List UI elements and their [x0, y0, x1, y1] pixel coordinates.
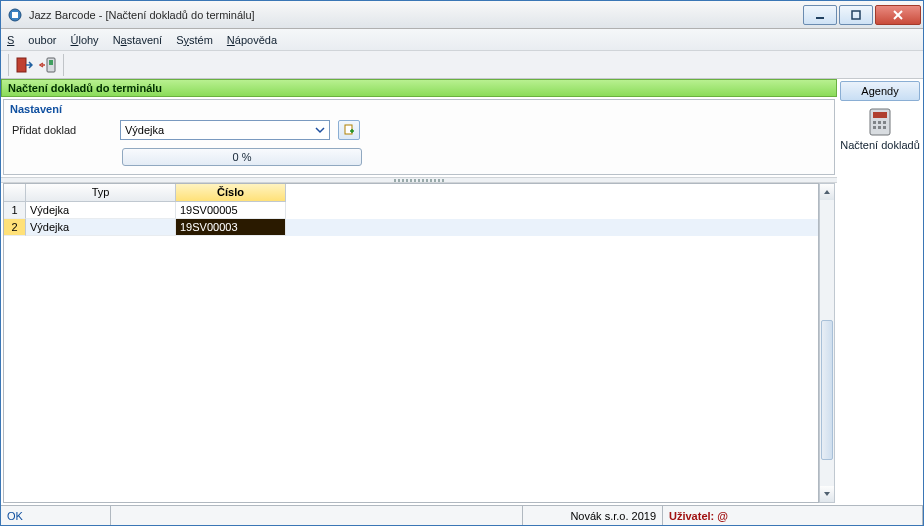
scroll-up-icon[interactable] — [820, 184, 834, 200]
status-company: Novák s.r.o. 2019 — [523, 506, 663, 525]
agenda-item-label: Načtení dokladů — [840, 139, 920, 151]
minimize-button[interactable] — [803, 5, 837, 25]
svg-rect-3 — [852, 11, 860, 19]
menu-system[interactable]: Systém — [176, 34, 213, 46]
body: Načtení dokladů do terminálu Nastavení P… — [1, 79, 923, 505]
page-title: Načtení dokladů do terminálu — [1, 79, 837, 97]
menu-soubor[interactable]: Soubor — [7, 34, 56, 46]
window-title: Jazz Barcode - [Načtení dokladů do termi… — [29, 9, 801, 21]
progress-bar: 0 % — [122, 148, 362, 166]
grip-icon — [394, 179, 444, 182]
table-row[interactable]: 1 Výdejka 19SV00005 — [4, 202, 818, 219]
toolbar — [1, 51, 923, 79]
app-window: Jazz Barcode - [Načtení dokladů do termi… — [0, 0, 924, 526]
scroll-track[interactable] — [820, 200, 834, 486]
combo-value: Výdejka — [125, 124, 164, 136]
scroll-thumb[interactable] — [821, 320, 833, 460]
status-spacer — [111, 506, 523, 525]
add-doc-button[interactable] — [338, 120, 360, 140]
chevron-down-icon — [313, 123, 327, 137]
svg-rect-13 — [878, 121, 881, 124]
settings-panel: Nastavení Přidat doklad Výdejka 0 % — [3, 99, 835, 175]
window-controls — [801, 5, 921, 25]
svg-rect-6 — [17, 58, 26, 72]
grid-area: Typ Číslo 1 Výdejka 19SV00005 2 Výdejka … — [3, 183, 835, 503]
menu-nastaveni[interactable]: Nastavení — [113, 34, 163, 46]
cell-typ: Výdejka — [26, 219, 176, 236]
cell-typ: Výdejka — [26, 202, 176, 219]
toolbar-exit-button[interactable] — [12, 53, 36, 77]
grid-header: Typ Číslo — [4, 184, 818, 202]
statusbar: OK Novák s.r.o. 2019 Uživatel: @ — [1, 505, 923, 525]
svg-rect-15 — [873, 126, 876, 129]
svg-rect-16 — [878, 126, 881, 129]
menu-ulohy[interactable]: Úlohy — [70, 34, 98, 46]
close-button[interactable] — [875, 5, 921, 25]
cell-cislo: 19SV00005 — [176, 202, 286, 219]
right-sidebar: Agendy Načtení dokladů — [837, 79, 923, 505]
agendy-button[interactable]: Agendy — [840, 81, 920, 101]
agenda-item-load-docs[interactable]: Načtení dokladů — [840, 107, 920, 151]
scroll-down-icon[interactable] — [820, 486, 834, 502]
maximize-button[interactable] — [839, 5, 873, 25]
cell-cislo: 19SV00003 — [176, 219, 286, 236]
row-number: 2 — [4, 219, 26, 236]
status-user: Uživatel: @ — [663, 506, 923, 525]
titlebar[interactable]: Jazz Barcode - [Načtení dokladů do termi… — [1, 1, 923, 29]
document-grid[interactable]: Typ Číslo 1 Výdejka 19SV00005 2 Výdejka … — [3, 183, 819, 503]
vertical-scrollbar[interactable] — [819, 183, 835, 503]
svg-rect-8 — [49, 60, 53, 65]
svg-rect-9 — [345, 125, 352, 134]
status-ok: OK — [1, 506, 111, 525]
doc-type-combo[interactable]: Výdejka — [120, 120, 330, 140]
app-icon — [7, 7, 23, 23]
calculator-icon — [865, 107, 895, 137]
table-row[interactable]: 2 Výdejka 19SV00003 — [4, 219, 818, 236]
header-cislo[interactable]: Číslo — [176, 184, 286, 202]
settings-title: Nastavení — [4, 100, 834, 118]
svg-rect-11 — [873, 112, 887, 118]
svg-rect-1 — [12, 12, 18, 18]
menu-napoveda[interactable]: Nápověda — [227, 34, 277, 46]
main-column: Načtení dokladů do terminálu Nastavení P… — [1, 79, 837, 505]
svg-rect-14 — [883, 121, 886, 124]
svg-rect-12 — [873, 121, 876, 124]
menubar: Soubor Úlohy Nastavení Systém Nápověda — [1, 29, 923, 51]
toolbar-terminal-button[interactable] — [36, 53, 60, 77]
svg-rect-17 — [883, 126, 886, 129]
row-number: 1 — [4, 202, 26, 219]
header-rownum[interactable] — [4, 184, 26, 202]
header-typ[interactable]: Typ — [26, 184, 176, 202]
add-doc-label: Přidat doklad — [12, 124, 112, 136]
